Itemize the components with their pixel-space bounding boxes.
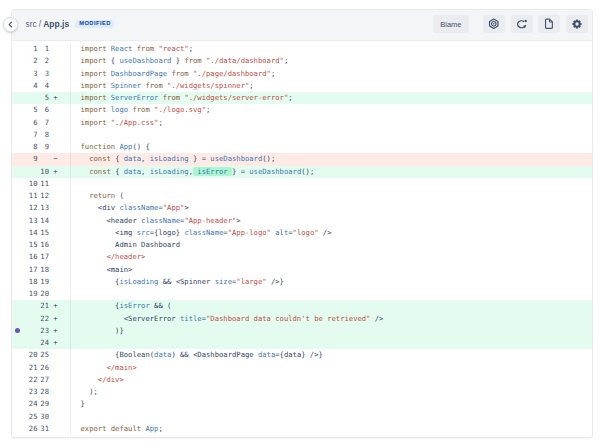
new-line-number[interactable]: 26 (38, 362, 50, 374)
new-line-number[interactable]: 3 (38, 68, 50, 80)
code-token: { (115, 154, 124, 163)
diff-sign (51, 43, 61, 55)
code-token: && <Spinner (158, 277, 214, 286)
code-token: import (81, 118, 111, 127)
new-line-number[interactable]: 16 (38, 239, 50, 251)
old-line-number[interactable]: 9 (12, 153, 38, 165)
code-token: <main> (81, 265, 133, 274)
file-contents-button[interactable] (538, 15, 560, 34)
code-token: import (81, 93, 111, 102)
new-line-number[interactable]: 19 (38, 276, 50, 288)
diff-sign: + (51, 166, 61, 178)
new-line-number[interactable]: 2 (38, 55, 50, 67)
new-line-number[interactable]: 8 (38, 129, 50, 141)
old-line-number[interactable] (12, 337, 38, 349)
code-token: data (124, 167, 141, 176)
code-line: } (70, 398, 592, 410)
code-line (70, 129, 592, 141)
old-line-number[interactable]: 22 (12, 374, 38, 386)
old-line-number[interactable] (12, 313, 38, 325)
code-token: useDashboard (249, 167, 301, 176)
new-line-number[interactable] (38, 153, 50, 165)
new-line-number[interactable]: 20 (38, 288, 50, 300)
old-line-number[interactable]: 17 (12, 264, 38, 276)
blame-button[interactable]: Blame (433, 15, 468, 34)
old-line-number[interactable]: 12 (12, 202, 38, 214)
new-line-number[interactable]: 27 (38, 374, 50, 386)
diff-row: 21+ {isError && ( (12, 300, 592, 312)
old-line-number[interactable]: 16 (12, 251, 38, 263)
old-line-number[interactable]: 20 (12, 349, 38, 361)
new-line-number[interactable]: 29 (38, 398, 50, 410)
new-line-number[interactable]: 7 (38, 117, 50, 129)
old-line-number[interactable]: 26 (12, 423, 38, 435)
diff-sign (51, 386, 61, 398)
old-line-number[interactable]: 10 (12, 178, 38, 190)
old-line-number[interactable]: 21 (12, 362, 38, 374)
old-line-number[interactable]: 2 (12, 55, 38, 67)
old-line-number[interactable]: 8 (12, 141, 38, 153)
old-line-number[interactable]: 5 (12, 104, 38, 116)
old-line-number[interactable] (12, 300, 38, 312)
new-line-number[interactable]: 31 (38, 423, 50, 435)
old-line-number[interactable] (12, 166, 38, 178)
code-token: </div> (98, 375, 124, 384)
old-line-number[interactable]: 13 (12, 215, 38, 227)
code-token: { (81, 301, 120, 310)
code-line: const { data, isLoading } = useDashboard… (70, 153, 592, 165)
code-token (81, 167, 90, 176)
code-token: isLoading (150, 167, 189, 176)
old-line-number[interactable]: 1 (12, 43, 38, 55)
breadcrumb-folder[interactable]: src (26, 19, 37, 29)
new-line-number[interactable]: 4 (38, 80, 50, 92)
code-line: {Boolean(data) && <DashboardPage data={d… (70, 349, 592, 361)
code-token: className (119, 203, 158, 212)
code-token: DashboardPage (111, 69, 172, 78)
new-line-number[interactable]: 6 (38, 104, 50, 116)
old-line-number[interactable]: 19 (12, 288, 38, 300)
new-line-number[interactable]: 28 (38, 386, 50, 398)
new-line-number[interactable]: 11 (38, 178, 50, 190)
diff-sign: + (51, 300, 61, 312)
old-line-number[interactable]: 18 (12, 276, 38, 288)
new-line-number[interactable]: 17 (38, 251, 50, 263)
new-line-number[interactable]: 12 (38, 190, 50, 202)
old-line-number[interactable]: 15 (12, 239, 38, 251)
old-line-number[interactable]: 23 (12, 386, 38, 398)
new-line-number[interactable]: 25 (38, 349, 50, 361)
old-line-number[interactable] (12, 92, 38, 104)
old-line-number[interactable]: 25 (12, 411, 38, 423)
code-token: className (184, 228, 223, 237)
diff-row: 5+import ServerError from "./widgets/ser… (12, 92, 592, 104)
code-line: import DashboardPage from "./page/dashbo… (70, 68, 592, 80)
new-line-number[interactable]: 24 (38, 337, 50, 349)
code-token: "react" (158, 44, 188, 53)
refresh-button[interactable] (511, 15, 533, 34)
new-line-number[interactable]: 5 (38, 92, 50, 104)
new-line-number[interactable]: 9 (38, 141, 50, 153)
old-line-number[interactable]: 6 (12, 117, 38, 129)
new-line-number[interactable]: 30 (38, 411, 50, 423)
code-token: from (145, 81, 167, 90)
old-line-number[interactable]: 11 (12, 190, 38, 202)
old-line-number[interactable]: 3 (12, 68, 38, 80)
new-line-number[interactable]: 18 (38, 264, 50, 276)
new-line-number[interactable]: 15 (38, 227, 50, 239)
old-line-number[interactable]: 14 (12, 227, 38, 239)
new-line-number[interactable]: 23 (38, 325, 50, 337)
old-line-number[interactable]: 4 (12, 80, 38, 92)
new-line-number[interactable]: 22 (38, 313, 50, 325)
back-button[interactable] (3, 17, 18, 32)
old-line-number[interactable]: 24 (12, 398, 38, 410)
old-line-number[interactable]: 7 (12, 129, 38, 141)
new-line-number[interactable]: 13 (38, 202, 50, 214)
settings-button[interactable] (566, 15, 588, 34)
new-line-number[interactable]: 21 (38, 300, 50, 312)
new-line-number[interactable]: 1 (38, 43, 50, 55)
diff-view-settings-button[interactable] (483, 15, 505, 34)
code-token: ={logo} (150, 228, 185, 237)
code-line: function App() { (70, 141, 592, 153)
new-line-number[interactable]: 10 (38, 166, 50, 178)
new-line-number[interactable]: 14 (38, 215, 50, 227)
code-token: data (124, 154, 141, 163)
